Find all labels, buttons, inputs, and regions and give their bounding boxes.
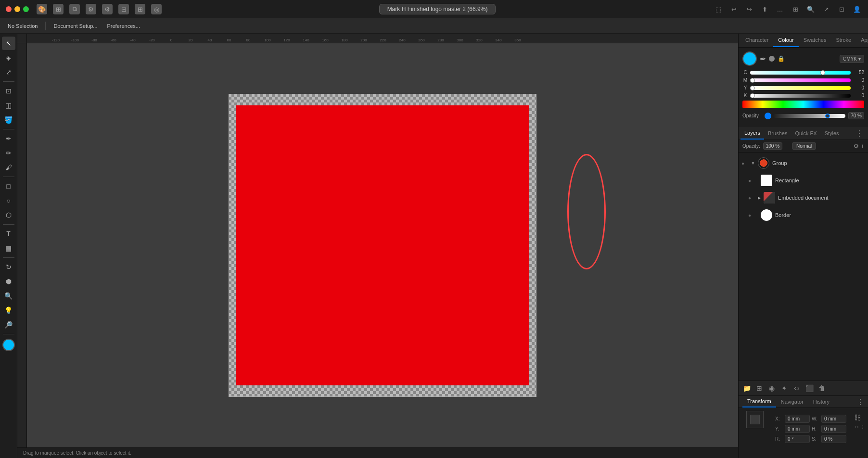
close-button[interactable] [6,6,12,12]
layer-item-group[interactable]: ● ▼ Group [739,154,868,172]
layer-item-embedded[interactable]: ● ▶ Embedded document [739,189,868,206]
pencil-tool[interactable]: ✏ [2,146,15,160]
r-value[interactable]: 0 ° [785,435,810,443]
settings-icon[interactable]: ⚙ [86,4,96,14]
zoom-tool[interactable]: 🔎 [2,318,15,331]
share-icon[interactable]: ↗ [821,4,831,14]
transform-tool[interactable]: ⤢ [2,65,15,79]
layers-gear-icon[interactable]: ⚙ [854,143,859,150]
grid2-icon[interactable]: ⊞ [135,4,145,14]
tab-brushes[interactable]: Brushes [764,127,791,139]
canvas-viewport[interactable] [27,43,738,447]
color-secondary-dot[interactable] [769,56,775,62]
layers-blend-mode[interactable]: Normal [792,142,816,150]
y-value[interactable]: 0 mm [785,425,810,433]
flip-h-icon[interactable]: ↔ [854,423,860,430]
y-slider-track[interactable] [750,86,851,90]
document-setup[interactable]: Document Setup... [50,22,101,30]
maximize-button[interactable] [23,6,29,12]
opacity-thumb[interactable] [825,114,830,118]
preferences[interactable]: Preferences... [103,22,143,30]
tab-appearance[interactable]: Appearance [856,34,868,47]
layers-add-group-btn[interactable]: 📁 [741,383,752,394]
w-value[interactable]: 0 mm [821,415,846,423]
m-slider-track[interactable] [750,78,851,82]
grid3-icon[interactable]: ⊞ [790,4,801,14]
gradient-tool[interactable]: ◫ [2,99,15,112]
flip-v-icon[interactable]: ↕ [861,423,864,430]
tab-navigator[interactable]: Navigator [776,396,808,407]
arrange-icon[interactable]: ⊟ [118,4,129,14]
opacity-value[interactable]: 70 % [848,112,864,119]
s-value[interactable]: 0 % [821,435,846,443]
fill-tool[interactable]: 🪣 [2,113,15,127]
window-icon[interactable]: ⊡ [836,4,847,14]
no-selection[interactable]: No Selection [4,22,41,30]
tab-quickfx[interactable]: Quick FX [791,127,820,139]
layer-expand-embedded[interactable]: ▶ [758,196,761,200]
brush-tool[interactable]: 🖌 [2,161,15,174]
layers-duplicate-btn[interactable]: ⊞ [754,383,765,394]
tab-colour[interactable]: Colour [773,34,798,47]
rect-tool[interactable]: □ [2,179,15,193]
circle-icon[interactable]: ◎ [151,4,162,14]
tab-styles[interactable]: Styles [821,127,843,139]
node-tool[interactable]: ◈ [2,51,15,64]
layer-expand-group[interactable]: ▼ [751,161,755,165]
layers-export-btn[interactable]: ⬛ [804,383,815,394]
select-tool[interactable]: ↖ [2,37,15,50]
align-icon[interactable]: ⬚ [713,4,724,14]
color-indicator[interactable] [2,339,15,351]
export-icon[interactable]: ⬆ [759,4,770,14]
blend-tool[interactable]: 💡 [2,304,15,317]
c-slider-thumb[interactable] [820,70,825,75]
layer-vis-rect[interactable]: ● [748,178,755,183]
tab-layers[interactable]: Layers [740,127,764,140]
k-slider-thumb[interactable] [750,93,755,98]
tab-stroke[interactable]: Stroke [831,34,856,47]
undo-icon[interactable]: ↩ [728,4,739,14]
layers-delete-btn[interactable]: 🗑 [817,383,827,394]
bp-menu-icon[interactable]: ⋮ [856,397,864,407]
y-slider-thumb[interactable] [750,86,755,90]
tab-transform[interactable]: Transform [742,396,776,407]
tab-history[interactable]: History [808,396,834,407]
h-value[interactable]: 0 mm [821,425,846,433]
crop-tool[interactable]: ⊡ [2,84,15,98]
layers-icon-tb[interactable]: ⧉ [69,4,80,14]
zoom-icon[interactable]: 🔍 [805,4,816,14]
k-slider-track[interactable] [750,94,851,98]
tab-swatches[interactable]: Swatches [799,34,831,47]
layers-mask-btn[interactable]: ◉ [766,383,777,394]
layers-opacity-val[interactable]: 100 % [763,142,782,150]
layer-vis-group[interactable]: ● [741,161,748,166]
pen-tool[interactable]: ✒ [2,132,15,145]
tab-character[interactable]: Character [740,34,773,47]
type-tool[interactable]: T [2,227,15,241]
layers-add-icon[interactable]: + [861,143,864,150]
minimize-button[interactable] [14,6,20,12]
m-slider-thumb[interactable] [750,78,755,83]
layer-item-border[interactable]: ● Border [739,206,868,224]
more-icon[interactable]: … [775,4,785,14]
grid-icon[interactable]: ⊞ [53,4,64,14]
x-value[interactable]: 0 mm [785,415,810,423]
color-swatch-main[interactable] [742,51,757,66]
options-icon[interactable]: ⚙ [102,4,113,14]
redo-icon[interactable]: ↪ [744,4,754,14]
table-tool[interactable]: ▦ [2,242,15,255]
ellipse-tool[interactable]: ○ [2,194,15,207]
eyedropper-tool[interactable]: 🔍 [2,289,15,303]
layer-vis-embedded[interactable]: ● [748,195,755,201]
user-icon[interactable]: 👤 [852,4,862,14]
lock-icon[interactable]: 🔒 [778,55,785,62]
color-mode-selector[interactable]: CMYK ▾ [840,55,864,63]
slice-tool[interactable]: ⬢ [2,275,15,288]
c-slider-track[interactable] [750,71,851,75]
opacity-slider[interactable] [773,114,845,118]
layers-fx-btn[interactable]: ✦ [779,383,790,394]
layer-vis-border[interactable]: ● [748,213,755,218]
layers-align-btn[interactable]: ⇔ [791,383,802,394]
polygon-tool[interactable]: ⬡ [2,208,15,222]
layer-item-rectangle[interactable]: ● Rectangle [739,172,868,189]
